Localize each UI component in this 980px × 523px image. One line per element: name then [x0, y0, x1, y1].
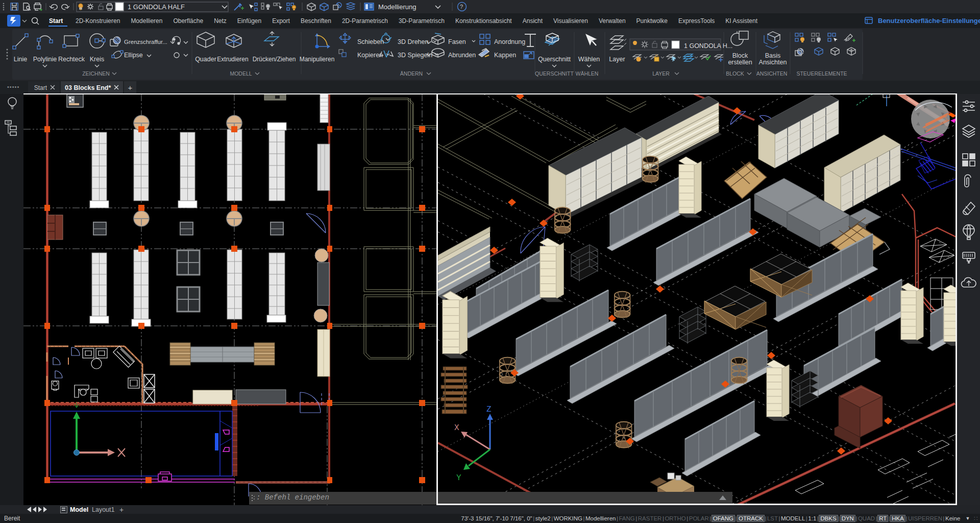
svg-text:BLOCK: BLOCK — [726, 70, 744, 77]
svg-text:Layer: Layer — [609, 56, 625, 63]
svg-text:MODELL: MODELL — [230, 70, 252, 77]
svg-text:Fasen: Fasen — [448, 38, 466, 45]
svg-text:QUERSCHNITT: QUERSCHNITT — [535, 70, 574, 77]
svg-text:ANSICHTEN: ANSICHTEN — [756, 70, 788, 77]
svg-text:1 GONDOLA H...: 1 GONDOLA H... — [684, 42, 732, 50]
svg-text:1 GONDOLA HALF: 1 GONDOLA HALF — [128, 3, 185, 11]
svg-text:STEUERELEMENTE: STEUERELEMENTE — [796, 70, 847, 77]
svg-text:Wählen: Wählen — [578, 56, 600, 63]
svg-text:WÄHLEN: WÄHLEN — [576, 70, 599, 77]
svg-text:LAYER: LAYER — [652, 70, 670, 77]
svg-text:Anordnung: Anordnung — [494, 38, 525, 45]
svg-text:Z: Z — [486, 405, 492, 414]
svg-text:Extrudieren: Extrudieren — [217, 56, 248, 63]
svg-text:Grenzschraffur...: Grenzschraffur... — [124, 39, 167, 45]
svg-text:Manipulieren: Manipulieren — [300, 56, 335, 63]
svg-text:erstellen: erstellen — [728, 59, 752, 66]
svg-text:ZEICHNEN: ZEICHNEN — [82, 70, 110, 77]
svg-text:Querschnitt: Querschnitt — [538, 56, 571, 63]
svg-text:Polylinie: Polylinie — [33, 56, 57, 63]
svg-text:Basis: Basis — [765, 52, 781, 59]
svg-text:Quader: Quader — [195, 56, 216, 63]
svg-text:Rechteck: Rechteck — [58, 56, 85, 63]
svg-text:Modellierung: Modellierung — [378, 3, 416, 11]
svg-text:Block: Block — [732, 52, 748, 59]
svg-text:Ellipse: Ellipse — [124, 52, 143, 59]
svg-text:?: ? — [460, 4, 463, 10]
svg-text:Kreis: Kreis — [90, 56, 104, 63]
svg-text:3D Drehen: 3D Drehen — [398, 38, 428, 45]
svg-text:Abrunden: Abrunden — [448, 52, 476, 59]
svg-text:Schieben: Schieben — [357, 38, 384, 45]
svg-text:3D Spiegeln: 3D Spiegeln — [398, 52, 432, 59]
svg-text:ÄNDERN: ÄNDERN — [400, 70, 423, 77]
svg-text:X: X — [454, 423, 459, 433]
svg-text:Drücken/Ziehen: Drücken/Ziehen — [253, 56, 296, 63]
svg-text:Kopieren: Kopieren — [357, 52, 383, 59]
svg-text:Kappen: Kappen — [494, 52, 516, 59]
svg-text:Linie: Linie — [14, 56, 27, 63]
svg-text:Y: Y — [456, 473, 461, 483]
svg-text:Ansichten: Ansichten — [759, 59, 787, 66]
